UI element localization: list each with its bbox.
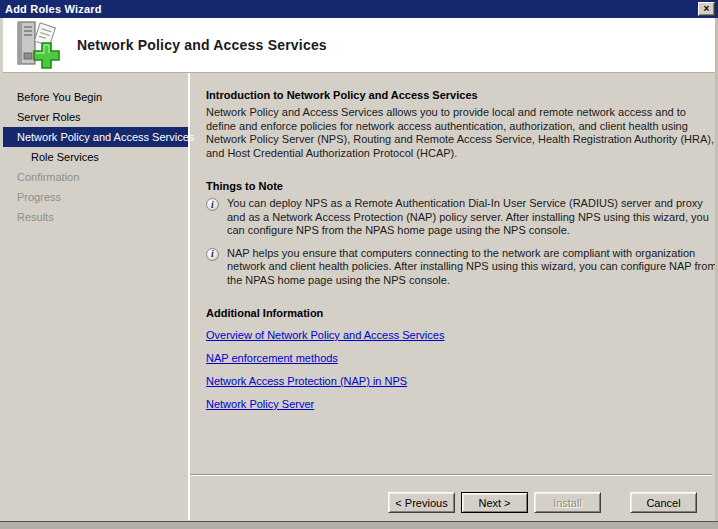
link-network-policy-server[interactable]: Network Policy Server xyxy=(206,398,314,410)
sidebar-item-role-services[interactable]: Role Services xyxy=(3,147,188,167)
intro-text: Network Policy and Access Services allow… xyxy=(206,106,718,160)
sidebar-item-results: Results xyxy=(3,207,188,227)
sidebar-item-network-policy-and-access-services[interactable]: Network Policy and Access Services xyxy=(3,127,188,147)
page-title: Network Policy and Access Services xyxy=(77,37,327,53)
additional-information-heading: Additional Information xyxy=(206,307,704,319)
note-item: i NAP helps you ensure that computers co… xyxy=(206,247,718,288)
info-icon: i xyxy=(206,198,219,211)
info-icon: i xyxy=(206,248,219,261)
install-button: Install xyxy=(534,492,601,513)
link-nap-in-nps[interactable]: Network Access Protection (NAP) in NPS xyxy=(206,375,407,387)
wizard-button-row: < Previous Next > Install Cancel xyxy=(190,492,697,513)
previous-button[interactable]: < Previous xyxy=(388,492,455,513)
add-roles-wizard-window: Add Roles Wizard × Network Policy and Ac… xyxy=(0,0,718,529)
link-overview-npas[interactable]: Overview of Network Policy and Access Se… xyxy=(206,329,444,341)
note-text: NAP helps you ensure that computers conn… xyxy=(227,247,718,288)
cancel-button[interactable]: Cancel xyxy=(630,492,697,513)
server-add-role-icon xyxy=(11,20,63,70)
intro-heading: Introduction to Network Policy and Acces… xyxy=(206,89,704,101)
things-to-note-heading: Things to Note xyxy=(206,180,704,192)
window-bottom-frame xyxy=(0,521,718,529)
next-button[interactable]: Next > xyxy=(461,492,528,513)
sidebar-item-server-roles[interactable]: Server Roles xyxy=(3,107,188,127)
note-item: i You can deploy NPS as a Remote Authent… xyxy=(206,197,718,238)
additional-links: Overview of Network Policy and Access Se… xyxy=(206,329,704,410)
note-text: You can deploy NPS as a Remote Authentic… xyxy=(227,197,718,238)
link-nap-enforcement-methods[interactable]: NAP enforcement methods xyxy=(206,352,338,364)
sidebar-item-before-you-begin[interactable]: Before You Begin xyxy=(3,87,188,107)
wizard-header: Network Policy and Access Services xyxy=(3,18,715,73)
title-bar: Add Roles Wizard × xyxy=(0,0,718,18)
content-footer-separator xyxy=(190,474,712,476)
wizard-page-content: Introduction to Network Policy and Acces… xyxy=(190,73,714,474)
wizard-steps-sidebar: Before You Begin Server Roles Network Po… xyxy=(3,73,188,520)
close-icon[interactable]: × xyxy=(698,2,715,16)
window-title: Add Roles Wizard xyxy=(5,3,102,15)
sidebar-item-confirmation: Confirmation xyxy=(3,167,188,187)
sidebar-item-progress: Progress xyxy=(3,187,188,207)
